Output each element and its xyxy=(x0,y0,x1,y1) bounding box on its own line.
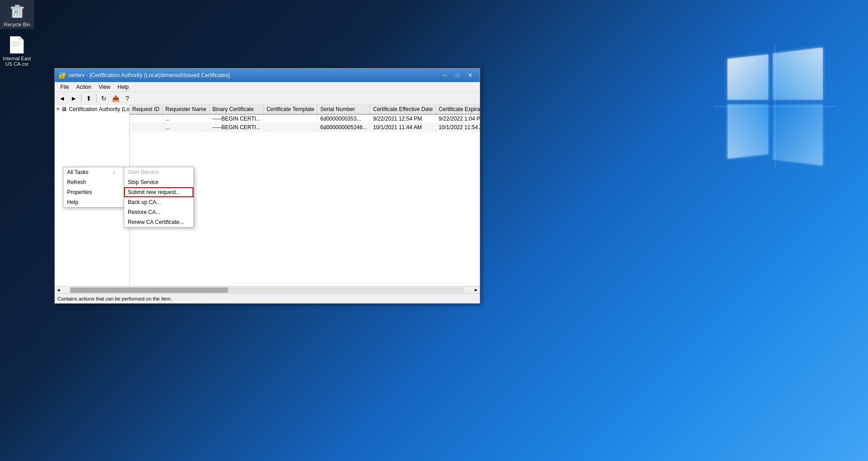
svg-marker-0 xyxy=(728,54,768,100)
minimize-button[interactable]: ─ xyxy=(439,71,451,80)
cell-template-1 xyxy=(264,114,318,123)
recycle-bin-label: Recycle Bin xyxy=(4,22,30,27)
menu-view[interactable]: View xyxy=(95,83,114,91)
cell-request-id-1 xyxy=(130,114,163,123)
svg-marker-1 xyxy=(773,48,823,100)
title-bar: 🔐 certsrv - [Certification Authority (Lo… xyxy=(55,68,480,82)
svg-rect-16 xyxy=(12,44,21,44)
svg-rect-17 xyxy=(12,45,18,46)
status-text: Contains actions that can be performed o… xyxy=(58,296,172,301)
horizontal-scrollbar[interactable]: ◄ ► xyxy=(55,286,480,293)
recycle-bin-icon[interactable]: ♻ Recycle Bin xyxy=(0,0,34,29)
col-serial-number: Serial Number xyxy=(318,105,370,114)
ctx-all-tasks[interactable]: All Tasks › xyxy=(63,167,124,177)
svg-marker-3 xyxy=(773,104,823,165)
toolbar: ◄ ► ⬆ ↻ 📤 ? xyxy=(55,92,480,105)
toolbar-sep-2 xyxy=(96,94,96,102)
scroll-left-btn[interactable]: ◄ xyxy=(55,287,62,292)
recycle-bin-image: ♻ xyxy=(8,2,26,20)
cell-binary-1: -----BEGIN CERTI... xyxy=(209,114,263,123)
tree-expand-icon: ▼ xyxy=(56,107,60,112)
cell-expiration-2: 10/1/2022 11:54 AM xyxy=(436,123,480,132)
all-tasks-submenu: Start Service Stop Service Submit new re… xyxy=(124,167,194,228)
forward-button[interactable]: ► xyxy=(68,93,79,103)
ctx-properties-label: Properties xyxy=(67,189,92,195)
col-cert-template: Certificate Template xyxy=(264,105,318,114)
export-button[interactable]: 📤 xyxy=(110,93,121,103)
svg-marker-14 xyxy=(20,36,24,40)
context-menu: All Tasks › Refresh Properties Help xyxy=(63,167,124,208)
menu-file[interactable]: File xyxy=(57,83,72,91)
col-binary-cert: Binary Certificate xyxy=(209,105,263,114)
scroll-thumb[interactable] xyxy=(70,287,228,293)
window-title: certsrv - [Certification Authority (Loca… xyxy=(68,72,439,78)
ctx-help[interactable]: Help xyxy=(63,197,124,207)
ctx-renew-label: Renew CA Certificate... xyxy=(128,219,184,225)
ctx-submit-new-request[interactable]: Submit new request... xyxy=(124,187,193,197)
cell-serial-2: 6d000000005246... xyxy=(318,123,370,132)
ctx-help-label: Help xyxy=(67,199,78,205)
scroll-right-btn[interactable]: ► xyxy=(473,287,480,292)
ctx-stop-service-label: Stop Service xyxy=(128,179,159,185)
col-effective-date: Certificate Effective Date xyxy=(370,105,436,114)
ctx-all-tasks-arrow: › xyxy=(113,170,115,175)
close-button[interactable]: ✕ xyxy=(464,71,476,80)
ctx-stop-service[interactable]: Stop Service xyxy=(124,177,193,187)
csr-file-icon[interactable]: Internal EastUS CA.csr xyxy=(0,34,34,68)
cell-expiration-1: 9/22/2022 1:04 PM xyxy=(436,114,480,123)
table-row[interactable]: ... -----BEGIN CERTI... 6d000000005246..… xyxy=(130,123,480,132)
cell-template-2 xyxy=(264,123,318,132)
col-expiration-date: Certificate Expiration Date xyxy=(436,105,480,114)
ctx-restore-label: Restore CA... xyxy=(128,209,160,215)
windows-logo-desktop xyxy=(714,45,836,169)
menu-bar: File Action View Help xyxy=(55,82,480,92)
cell-effective-1: 9/22/2021 12:54 PM xyxy=(370,114,436,123)
ctx-all-tasks-label: All Tasks xyxy=(67,169,88,175)
cell-requester-1: ... xyxy=(163,114,210,123)
up-button[interactable]: ⬆ xyxy=(83,93,94,103)
col-request-id: Request ID xyxy=(130,105,163,114)
ctx-refresh[interactable]: Refresh xyxy=(63,177,124,187)
csr-file-label: Internal EastUS CA.csr xyxy=(3,56,31,67)
back-button[interactable]: ◄ xyxy=(57,93,68,103)
menu-help[interactable]: Help xyxy=(114,83,133,91)
window-controls: ─ □ ✕ xyxy=(439,71,476,80)
ctx-backup-ca[interactable]: Back up CA... xyxy=(124,197,193,207)
csr-file-image xyxy=(8,36,26,54)
certificate-table: Request ID Requester Name Binary Certifi… xyxy=(130,105,480,132)
cell-effective-2: 10/1/2021 11:44 AM xyxy=(370,123,436,132)
cell-request-id-2 xyxy=(130,123,163,132)
status-bar: Contains actions that can be performed o… xyxy=(55,293,480,303)
ctx-start-service: Start Service xyxy=(124,167,193,177)
svg-rect-8 xyxy=(15,5,19,7)
ctx-properties[interactable]: Properties xyxy=(63,187,124,197)
menu-action[interactable]: Action xyxy=(72,83,95,91)
svg-marker-2 xyxy=(728,104,768,159)
cell-requester-2: ... xyxy=(163,123,210,132)
ctx-restore-ca[interactable]: Restore CA... xyxy=(124,207,193,217)
svg-text:♻: ♻ xyxy=(14,10,18,15)
table-row[interactable]: ... -----BEGIN CERTI... 6d0000000353... … xyxy=(130,114,480,123)
restore-button[interactable]: □ xyxy=(452,71,463,80)
ctx-backup-label: Back up CA... xyxy=(128,199,161,205)
window-icon: 🔐 xyxy=(58,72,66,79)
help-toolbar-button[interactable]: ? xyxy=(122,93,133,103)
ctx-refresh-label: Refresh xyxy=(67,179,86,185)
svg-rect-15 xyxy=(12,42,21,43)
tree-root-label: Certification Authority (Local) xyxy=(69,106,130,112)
ctx-start-service-label: Start Service xyxy=(128,169,159,175)
refresh-toolbar-button[interactable]: ↻ xyxy=(98,93,109,103)
cell-binary-2: -----BEGIN CERTI... xyxy=(209,123,263,132)
ca-icon: 🖥 xyxy=(61,106,67,113)
ctx-renew-ca[interactable]: Renew CA Certificate... xyxy=(124,217,193,227)
cell-serial-1: 6d0000000353... xyxy=(318,114,370,123)
col-requester-name: Requester Name xyxy=(163,105,210,114)
tree-root-item[interactable]: ▼ 🖥 Certification Authority (Local) xyxy=(55,105,129,114)
toolbar-sep-1 xyxy=(81,94,82,102)
scroll-track xyxy=(70,287,464,293)
ctx-submit-label: Submit new request... xyxy=(128,189,180,195)
